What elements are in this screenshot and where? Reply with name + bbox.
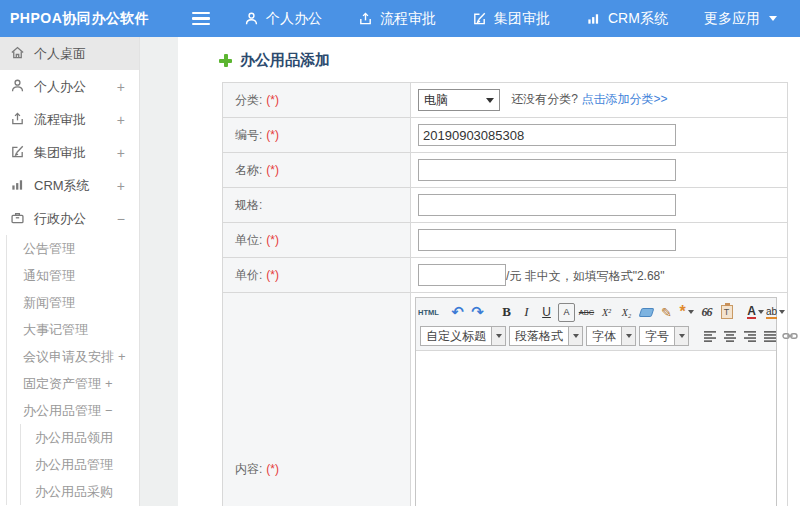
sidebar-item-personal-office[interactable]: 个人办公 + <box>0 70 139 103</box>
expand-toggle[interactable]: + <box>117 112 125 128</box>
sidebar-item-admin-office[interactable]: 行政办公 − <box>0 202 139 235</box>
form-row-name: 名称:(*) <box>223 153 788 188</box>
format-painter-button[interactable]: ✎ <box>658 303 675 322</box>
caret-down-icon <box>491 327 505 345</box>
bold-button[interactable]: B <box>498 303 515 322</box>
align-center-button[interactable] <box>721 327 738 346</box>
caret-down-icon <box>758 310 764 314</box>
name-input[interactable] <box>418 159 676 181</box>
required-mark: (*) <box>266 163 279 177</box>
sidebar-item-flow-approval[interactable]: 流程审批 + <box>0 103 139 136</box>
required-mark: (*) <box>266 233 279 247</box>
unit-input[interactable] <box>418 229 676 251</box>
category-select[interactable]: 电脑 <box>418 89 500 111</box>
bar-chart-icon <box>586 11 601 26</box>
sidebar-item-supplies-manage[interactable]: 办公用品管理 <box>21 451 139 478</box>
spec-input[interactable] <box>418 194 676 216</box>
spec-label: 规格: <box>223 188 411 223</box>
top-nav: 个人办公 流程审批 集团审批 CRM系统 更多应用 <box>244 10 777 28</box>
align-left-button[interactable] <box>701 327 718 346</box>
editor-content-area[interactable] <box>416 351 776 506</box>
auto-typeset-button[interactable]: * <box>678 303 695 322</box>
admin-office-submenu: 公告管理 通知管理 新闻管理 大事记管理 会议申请及安排+ 固定资产管理+ 办公… <box>6 235 139 505</box>
clipboard-icon: T <box>721 305 733 319</box>
code-input[interactable] <box>418 124 676 146</box>
subscript-button[interactable]: X₂ <box>618 303 635 322</box>
sidebar: 个人桌面 个人办公 + 流程审批 + 集团审批 + CRM系统 + 行政办公 −… <box>0 37 140 506</box>
form-row-price: 单价:(*) /元 非中文，如填写格式"2.68" <box>223 258 788 293</box>
sidebar-item-crm[interactable]: CRM系统 + <box>0 169 139 202</box>
superscript-button[interactable]: X² <box>598 303 615 322</box>
form-row-code: 编号:(*) <box>223 118 788 153</box>
remove-format-button[interactable] <box>638 303 655 322</box>
caret-down-icon <box>568 327 582 345</box>
sidebar-item-news-mgmt[interactable]: 新闻管理 <box>7 289 139 316</box>
expand-toggle[interactable]: + <box>117 178 125 194</box>
rich-text-editor: HTML ↶ ↷ B I U A ABC X² X₂ <box>415 297 777 506</box>
font-color-button[interactable]: A <box>747 303 764 322</box>
redo-button[interactable]: ↷ <box>469 303 486 322</box>
category-note: 还没有分类? <box>511 92 578 106</box>
sidebar-item-supplies-mgmt[interactable]: 办公用品管理− <box>7 397 139 424</box>
font-size-dropdown[interactable]: 字号 <box>639 326 689 346</box>
font-border-button[interactable]: A <box>558 303 575 322</box>
highlight-color-button[interactable]: ab <box>767 303 784 322</box>
main-content: 办公用品添加 分类:(*) 电脑 还没有分类? 点击添加分类>> 编号:(*) … <box>178 37 800 506</box>
underline-button[interactable]: U <box>538 303 555 322</box>
magic-icon: * <box>679 307 685 317</box>
required-mark: (*) <box>266 128 279 142</box>
collapse-toggle[interactable]: − <box>117 211 125 227</box>
topnav-flow-approval[interactable]: 流程审批 <box>358 10 436 28</box>
sidebar-item-desktop[interactable]: 个人桌面 <box>0 37 139 70</box>
html-source-button[interactable]: HTML <box>420 303 437 322</box>
page-title: 办公用品添加 <box>219 51 330 70</box>
topnav-group-approval[interactable]: 集团审批 <box>472 10 550 28</box>
topnav-crm[interactable]: CRM系统 <box>586 10 668 28</box>
edit-approve-icon <box>472 11 487 26</box>
expand-toggle[interactable]: + <box>117 145 125 161</box>
align-right-button[interactable] <box>741 327 758 346</box>
paste-plain-button[interactable]: T <box>718 303 735 322</box>
expand-toggle[interactable]: + <box>117 79 125 95</box>
user-icon <box>244 11 259 26</box>
caret-down-icon <box>486 98 494 103</box>
user-icon <box>10 78 25 96</box>
category-label: 分类:(*) <box>223 83 411 118</box>
caret-down-icon <box>769 16 777 21</box>
collapse-toggle[interactable]: − <box>105 403 113 418</box>
expand-toggle[interactable]: + <box>118 349 126 364</box>
sidebar-item-notice-mgmt[interactable]: 通知管理 <box>7 262 139 289</box>
unit-label: 单位:(*) <box>223 223 411 258</box>
sidebar-item-events-mgmt[interactable]: 大事记管理 <box>7 316 139 343</box>
blockquote-button[interactable]: 66 <box>698 303 715 322</box>
sidebar-item-meeting-mgmt[interactable]: 会议申请及安排+ <box>7 343 139 370</box>
top-bar: PHPOA协同办公软件 个人办公 流程审批 集团审批 CRM系统 更多应用 <box>0 0 800 37</box>
font-family-dropdown[interactable]: 字体 <box>586 326 636 346</box>
expand-toggle[interactable]: + <box>105 376 113 391</box>
add-plus-icon <box>219 54 232 67</box>
add-category-link[interactable]: 点击添加分类>> <box>581 92 667 106</box>
app-logo: PHPOA协同办公软件 <box>0 10 140 28</box>
hamburger-menu-icon[interactable] <box>192 12 210 26</box>
sidebar-item-asset-mgmt[interactable]: 固定资产管理+ <box>7 370 139 397</box>
form-row-unit: 单位:(*) <box>223 223 788 258</box>
required-mark: (*) <box>266 93 279 107</box>
sidebar-item-announcement-mgmt[interactable]: 公告管理 <box>7 235 139 262</box>
caret-down-icon <box>674 327 688 345</box>
sidebar-item-supplies-purchase[interactable]: 办公用品采购 <box>21 478 139 505</box>
topnav-more-apps[interactable]: 更多应用 <box>704 10 777 28</box>
strikethrough-button[interactable]: ABC <box>578 303 595 322</box>
italic-button[interactable]: I <box>518 303 535 322</box>
align-justify-button[interactable] <box>761 327 778 346</box>
code-label: 编号:(*) <box>223 118 411 153</box>
paragraph-format-dropdown[interactable]: 段落格式 <box>509 326 583 346</box>
sidebar-item-group-approval[interactable]: 集团审批 + <box>0 136 139 169</box>
caret-down-icon <box>779 310 785 314</box>
price-note: /元 非中文，如填写格式"2.68" <box>506 269 665 283</box>
custom-title-dropdown[interactable]: 自定义标题 <box>420 326 506 346</box>
undo-button[interactable]: ↶ <box>449 303 466 322</box>
price-input[interactable] <box>418 264 506 286</box>
topnav-personal-office[interactable]: 个人办公 <box>244 10 322 28</box>
insert-link-button[interactable] <box>781 327 798 346</box>
sidebar-item-supplies-requisition[interactable]: 办公用品领用 <box>21 424 139 451</box>
